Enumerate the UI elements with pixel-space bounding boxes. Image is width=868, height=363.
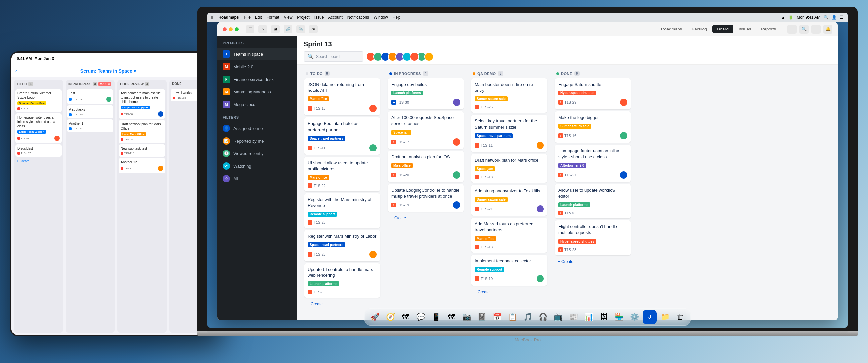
avatar[interactable] — [424, 52, 434, 61]
sidebar-filter-watching[interactable]: 👁 Watching — [217, 160, 297, 172]
sidebar-filter-assigned[interactable]: 👤 Assigned to me — [217, 122, 297, 135]
table-row[interactable]: Main booster doesn't fire on re-entry Su… — [471, 78, 547, 113]
table-row[interactable]: Make the logo bigger Sumer saturn sale !… — [555, 111, 631, 142]
list-item[interactable]: Draft network plan for Mars Office Local… — [119, 120, 165, 143]
list-item[interactable]: Homepage footer uses an inline style – s… — [15, 113, 62, 143]
qa-create-button[interactable]: + Create — [471, 288, 547, 296]
tab-roadmaps[interactable]: Roadmaps — [656, 25, 686, 33]
jira-link-icon[interactable]: 🔗 — [284, 25, 292, 33]
apple-menu-icon[interactable]:  — [211, 14, 213, 20]
table-row[interactable]: Allow user to update workflow editor Lau… — [555, 184, 631, 219]
dock-item-podcasts[interactable]: 🎧 — [536, 310, 550, 324]
table-row[interactable]: Register with Mars Ministry of Labor Spa… — [304, 230, 380, 261]
jira-sidebar-toggle-icon[interactable]: ☰ — [246, 25, 254, 33]
jira-add-button[interactable]: + — [811, 25, 820, 34]
list-item[interactable]: Create Saturn Summer Sizzle Logo Summer … — [15, 89, 62, 112]
jira-attachment-icon[interactable]: 📎 — [296, 25, 305, 33]
user-menubar-icon[interactable]: 👤 — [832, 15, 837, 20]
table-row[interactable]: Update LodgingController to handle multi… — [388, 184, 464, 212]
dock-item-finder[interactable]: 📁 — [658, 310, 672, 324]
sidebar-item-teams-in-space[interactable]: T Teams in space — [217, 48, 297, 60]
table-row[interactable]: After 100,00 requests SeeSpace server cr… — [388, 111, 464, 148]
dock-item-facetime[interactable]: 📱 — [429, 310, 443, 324]
menubar-file[interactable]: File — [244, 15, 250, 20]
minimize-button[interactable] — [228, 27, 232, 31]
table-row[interactable]: Add Marzed tours as preferred travel par… — [471, 218, 547, 252]
list-item[interactable]: Another 12 T1S-174 — [119, 158, 165, 173]
ipad-nav-title[interactable]: Scrum: Teams in Space ▾ — [20, 68, 197, 74]
sidebar-item-finance[interactable]: F Finance service desk — [217, 73, 297, 86]
table-row[interactable]: Flight controller doesn't handle multipl… — [555, 221, 631, 255]
list-item[interactable]: Add pointer to main css file to instruct… — [119, 89, 165, 119]
table-row[interactable]: UI should allow users to update profile … — [304, 157, 380, 191]
jira-home-icon[interactable]: ⌂ — [258, 25, 267, 33]
menubar-format[interactable]: Format — [267, 15, 279, 20]
todo-create-button[interactable]: + Create — [304, 300, 380, 308]
dock-item-calendar[interactable]: 📅 — [490, 310, 504, 324]
table-row[interactable]: Update UI controls to handle mars web re… — [304, 263, 380, 298]
menubar-issue[interactable]: Issue — [314, 15, 324, 20]
table-row[interactable]: Engage Saturn shuttle Hyper-speed shuttl… — [555, 78, 631, 109]
sidebar-filter-all[interactable]: ☆ All — [217, 172, 297, 185]
tab-reports[interactable]: Reports — [756, 25, 781, 33]
dock-item-settings[interactable]: ⚙️ — [627, 310, 641, 324]
list-item[interactable]: Another 1 T1S-173 — [67, 119, 114, 132]
dock-item-tv[interactable]: 📺 — [551, 310, 565, 324]
sidebar-filter-recent[interactable]: 🕐 Viewed recently — [217, 147, 297, 160]
control-center-icon[interactable]: ☰ — [840, 15, 844, 20]
table-row[interactable]: Add string anonymizer to TextUtils Sumer… — [471, 185, 547, 216]
menubar-account[interactable]: Account — [328, 15, 342, 20]
table-row[interactable]: Engage dev builds Launch platforms ▶ T1S… — [388, 78, 464, 109]
table-row[interactable]: Register with the Mars ministry of Reven… — [304, 193, 380, 228]
close-button[interactable] — [223, 27, 227, 31]
table-row[interactable]: Homepage footer uses an inline style - s… — [555, 144, 631, 182]
dock-item-notes[interactable]: 📓 — [475, 310, 489, 324]
sidebar-item-mega[interactable]: M Mega cloud — [217, 98, 297, 111]
dock-item-launchpad[interactable]: 🚀 — [368, 310, 382, 324]
dock-item-maps2[interactable]: 🗺 — [444, 310, 458, 324]
sidebar-item-marketing[interactable]: M Marketing Madness — [217, 86, 297, 98]
dock-item-news[interactable]: 📰 — [566, 310, 580, 324]
jira-bell-button[interactable]: 🔔 — [823, 25, 833, 34]
menubar-project[interactable]: Project — [297, 15, 309, 20]
dock-item-numbers[interactable]: 📊 — [582, 310, 596, 324]
search-board-input[interactable]: 🔍 Search board — [304, 52, 363, 62]
maximize-button[interactable] — [235, 27, 239, 31]
dock-item-jira[interactable]: J — [643, 310, 657, 324]
inprogress-create-button[interactable]: + Create — [388, 214, 464, 223]
ipad-create-button[interactable]: + Create — [14, 158, 63, 164]
jira-share-button[interactable]: ↑ — [787, 25, 797, 34]
menubar-edit[interactable]: Edit — [255, 15, 262, 20]
tab-issues[interactable]: Issues — [734, 25, 756, 33]
table-row[interactable]: Draft network plan for Mars office Space… — [471, 154, 547, 183]
table-row[interactable]: Implement feedback collector Remote supp… — [471, 255, 547, 286]
jira-search-button[interactable]: 🔍 — [799, 25, 809, 34]
done-create-button[interactable]: + Create — [555, 257, 631, 266]
menubar-view[interactable]: View — [284, 15, 293, 20]
table-row[interactable]: Select key travel partners for the Satur… — [471, 115, 547, 152]
jira-board-icon[interactable]: ⊞ — [271, 25, 280, 33]
table-row[interactable]: JSON data not returning from hotels API … — [304, 78, 380, 116]
menubar-notifications[interactable]: Notifications — [347, 15, 369, 20]
list-item[interactable]: A subtasks T1S-170 — [67, 105, 114, 118]
dock-item-maps[interactable]: 🗺 — [399, 310, 412, 324]
dock-item-safari[interactable]: 🧭 — [383, 310, 397, 324]
list-item[interactable]: New sub task test T1S-119 — [119, 144, 165, 157]
dock-item-trash[interactable]: 🗑 — [673, 310, 687, 324]
dock-item-preview[interactable]: 🖼 — [597, 310, 611, 324]
list-item[interactable]: Dfsdsfdsst T1S-107 — [15, 144, 62, 157]
tab-board[interactable]: Board — [712, 25, 733, 33]
dock-item-reminders[interactable]: 📋 — [505, 310, 519, 324]
dock-item-photos[interactable]: 📷 — [460, 310, 473, 324]
ipad-back-button[interactable]: ‹ — [15, 68, 17, 74]
jira-eye-icon[interactable]: 👁 — [309, 25, 317, 33]
menubar-window[interactable]: Window — [374, 15, 388, 20]
dock-item-music[interactable]: 🎵 — [521, 310, 534, 324]
avatar[interactable] — [410, 52, 419, 61]
dock-item-appstore[interactable]: 🏪 — [612, 310, 626, 324]
sidebar-filter-reported[interactable]: 📝 Reported by me — [217, 135, 297, 147]
table-row[interactable]: Draft out analytics plan for iOS Mars of… — [388, 151, 464, 182]
dock-item-messages[interactable]: 💬 — [414, 310, 428, 324]
menubar-help[interactable]: Help — [393, 15, 401, 20]
tab-backlog[interactable]: Backlog — [687, 25, 712, 33]
